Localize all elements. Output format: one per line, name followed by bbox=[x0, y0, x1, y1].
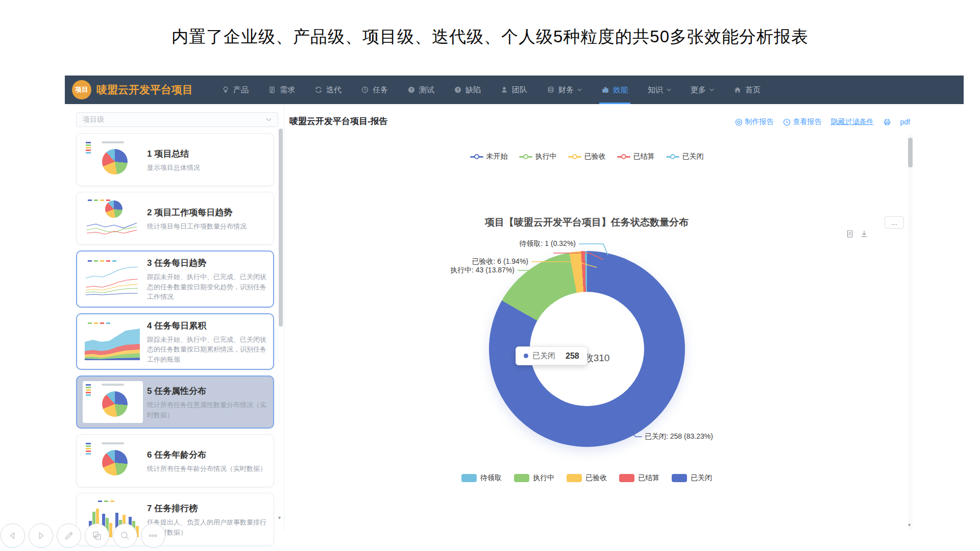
legend-item-accepted[interactable]: 已验收 bbox=[567, 473, 607, 483]
main-scroll-down-arrow[interactable]: ▾ bbox=[908, 522, 911, 528]
nav-item-knowledge[interactable]: 知识 bbox=[648, 76, 671, 104]
legend-item-closed[interactable]: 已关闭 bbox=[666, 152, 704, 161]
nav-item-team[interactable]: 团队 bbox=[500, 76, 527, 104]
nav-item-home[interactable]: 首页 bbox=[733, 76, 761, 104]
person-icon bbox=[500, 86, 508, 94]
slide-controls bbox=[1, 523, 165, 548]
chart-toolbox bbox=[846, 230, 868, 238]
report-sidebar: 项目级 1 项目总结 显示项目总体情况 bbox=[65, 104, 284, 530]
nav-item-story[interactable]: 需求 bbox=[268, 76, 295, 104]
nav-menu: 产品 需求 迭代 任务 ? 测试 ? 缺陷 bbox=[222, 76, 761, 104]
navbar: 项目 唛盟云开发平台项目 产品 需求 迭代 任务 ? 测试 bbox=[65, 76, 964, 104]
bug-icon: ? bbox=[454, 86, 462, 94]
magnifier-icon bbox=[119, 530, 131, 541]
nav-item-performance[interactable]: 效能 bbox=[601, 76, 628, 104]
nav-item-test[interactable]: ? 测试 bbox=[407, 76, 434, 104]
report-card-list: 1 项目总结 显示项目总体情况 bbox=[76, 133, 274, 551]
pdf-link[interactable]: pdf bbox=[900, 118, 910, 126]
nav-item-finance[interactable]: 财务 bbox=[547, 76, 582, 104]
download-icon[interactable] bbox=[860, 230, 868, 238]
svg-text:?: ? bbox=[456, 87, 459, 92]
legend-item-closed[interactable]: 已关闭 bbox=[672, 473, 712, 483]
callout-accepted: 已验收: 6 (1.94%) bbox=[472, 257, 528, 266]
sidebar-scrollbar-thumb[interactable] bbox=[279, 129, 283, 327]
ellipsis-icon bbox=[148, 530, 159, 541]
next-slide-button[interactable] bbox=[29, 523, 53, 548]
report-card-1[interactable]: 1 项目总结 显示项目总体情况 bbox=[76, 133, 274, 186]
bar-chart-icon bbox=[601, 86, 609, 94]
prev-slide-button[interactable] bbox=[1, 523, 25, 548]
project-name[interactable]: 唛盟云开发平台项目 bbox=[96, 83, 193, 97]
legend-item-settled[interactable]: 已结算 bbox=[617, 152, 655, 161]
make-report-link[interactable]: 制作报告 bbox=[735, 117, 774, 127]
arrow-right-icon bbox=[35, 530, 46, 541]
pie-legend: 待领取 执行中 已验收 已结算 已关闭 bbox=[284, 473, 889, 483]
select-placeholder: 项目级 bbox=[83, 115, 104, 124]
clock-icon bbox=[361, 86, 369, 94]
sidebar-scroll-down-arrow[interactable]: ▾ bbox=[278, 515, 281, 520]
target-icon bbox=[735, 118, 743, 126]
main-scrollbar[interactable] bbox=[908, 135, 913, 530]
pen-icon bbox=[63, 530, 75, 541]
slides-icon bbox=[91, 530, 103, 541]
callout-running: 执行中: 43 (13.87%) bbox=[450, 266, 514, 275]
data-view-icon[interactable] bbox=[846, 230, 854, 238]
card-thumbnail-pie-line bbox=[83, 197, 143, 239]
hide-filter-link[interactable]: 隐藏过滤条件 bbox=[831, 117, 874, 127]
view-report-link[interactable]: 查看报告 bbox=[783, 117, 822, 127]
svg-text:?: ? bbox=[410, 87, 412, 92]
file-icon bbox=[268, 86, 276, 94]
tooltip-series-name: 已关闭 bbox=[532, 351, 555, 361]
nav-item-task[interactable]: 任务 bbox=[361, 76, 388, 104]
chart-more-button[interactable]: ... bbox=[885, 216, 904, 229]
callout-pending: 待领取: 1 (0.32%) bbox=[520, 239, 576, 248]
chart-title: 项目【唛盟云开发平台项目】任务状态数量分布 bbox=[284, 216, 889, 229]
more-options-button[interactable] bbox=[141, 523, 165, 548]
report-card-5-selected[interactable]: 5 任务属性分布 统计所有任务任意属性数量分布情况（实时数据） bbox=[76, 375, 274, 429]
report-actions: 制作报告 查看报告 隐藏过滤条件 pdf bbox=[735, 117, 910, 127]
chevron-down-icon bbox=[709, 88, 714, 91]
tooltip-series-dot bbox=[524, 354, 528, 358]
nav-item-iteration[interactable]: 迭代 bbox=[314, 76, 341, 104]
sidebar-scrollbar[interactable] bbox=[279, 129, 283, 516]
home-icon bbox=[733, 86, 742, 94]
chart-tooltip: 已关闭 258 bbox=[516, 346, 587, 365]
clock-icon bbox=[783, 118, 791, 126]
legend-item-settled[interactable]: 已结算 bbox=[619, 473, 659, 483]
chevron-down-icon bbox=[266, 118, 272, 121]
tooltip-series-value: 258 bbox=[566, 352, 579, 361]
slide-overview-button[interactable] bbox=[85, 523, 109, 548]
report-card-2[interactable]: 2 项目工作项每日趋势 统计项目每日工作项数量分布情况 bbox=[76, 192, 274, 245]
question-circle-icon: ? bbox=[407, 86, 415, 94]
callout-closed: 已关闭: 258 (83.23%) bbox=[645, 432, 713, 441]
report-card-4[interactable]: 4 任务每日累积 跟踪未开始、执行中、已完成、已关闭状态的任务数量按日期累积情况… bbox=[76, 313, 274, 370]
nav-item-more[interactable]: 更多 bbox=[691, 76, 714, 104]
app-window: 项目 唛盟云开发平台项目 产品 需求 迭代 任务 ? 测试 bbox=[65, 76, 964, 530]
nav-item-bug[interactable]: ? 缺陷 bbox=[454, 76, 481, 104]
nav-item-product[interactable]: 产品 bbox=[222, 76, 249, 104]
legend-item-running[interactable]: 执行中 bbox=[519, 152, 557, 161]
pen-button[interactable] bbox=[57, 523, 81, 548]
coins-icon bbox=[547, 86, 555, 94]
project-logo-badge: 项目 bbox=[72, 80, 91, 99]
report-card-3[interactable]: 3 任务每日趋势 跟踪未开始、执行中、已完成、已关闭状态的任务数量按日期变化趋势… bbox=[76, 251, 274, 308]
trend-chart-legend: 未开始 执行中 已验收 已结算 已关闭 bbox=[284, 152, 889, 161]
legend-item-not-started[interactable]: 未开始 bbox=[470, 152, 508, 161]
report-card-6[interactable]: 6 任务年龄分布 统计所有任务年龄分布情况（实时数据） bbox=[76, 434, 274, 487]
zoom-button[interactable] bbox=[113, 523, 137, 548]
arrow-left-icon bbox=[7, 530, 18, 541]
report-level-select[interactable]: 项目级 bbox=[76, 112, 278, 127]
main-scrollbar-thumb[interactable] bbox=[908, 138, 913, 167]
card-thumbnail-pie bbox=[83, 139, 143, 181]
legend-item-running[interactable]: 执行中 bbox=[514, 473, 554, 483]
printer-icon bbox=[883, 118, 891, 126]
iterate-icon bbox=[314, 86, 323, 94]
bulb-icon bbox=[222, 86, 230, 94]
report-page-title: 唛盟云开发平台项目-报告 bbox=[289, 115, 388, 127]
slide-heading: 内置了企业级、产品级、项目级、迭代级、个人级5种粒度的共50多张效能分析报表 bbox=[0, 26, 980, 48]
legend-item-pending[interactable]: 待领取 bbox=[461, 473, 502, 483]
card-thumbnail-pie bbox=[83, 440, 143, 482]
legend-item-accepted[interactable]: 已验收 bbox=[568, 152, 606, 161]
chevron-down-icon bbox=[667, 88, 671, 91]
print-button[interactable] bbox=[883, 118, 891, 126]
